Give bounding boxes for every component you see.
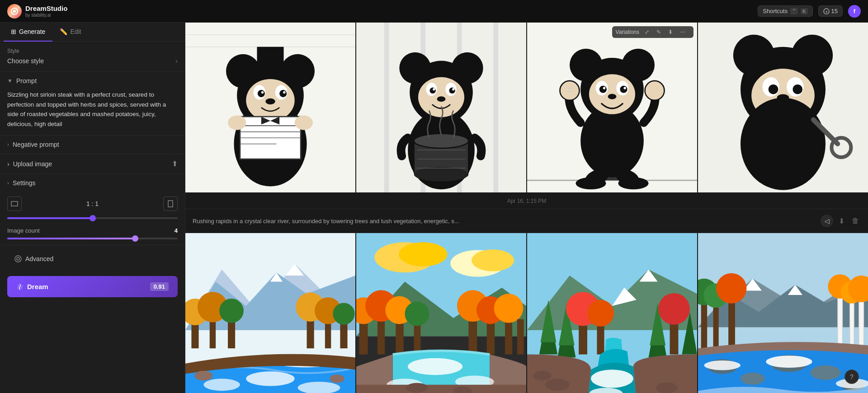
svg-point-63 [618, 177, 648, 189]
svg-point-143 [203, 379, 240, 391]
shortcuts-button[interactable]: Shortcuts ⌃ K [758, 5, 812, 17]
settings-header[interactable]: › Settings [0, 174, 185, 192]
svg-point-1 [13, 10, 16, 13]
prompt-section: ▼ Prompt Sizzling hot sirloin steak with… [0, 72, 185, 136]
generate-icon: ⊞ [11, 28, 16, 35]
header-left: DreamStudio by stability.ai [7, 4, 67, 19]
river-image-1 [185, 233, 355, 393]
svg-point-220 [766, 356, 812, 368]
svg-rect-4 [11, 201, 18, 206]
expand-icon[interactable]: ⤢ [643, 28, 651, 36]
upload-file-icon[interactable]: ⬆ [172, 159, 178, 168]
style-placeholder: Choose style [7, 57, 44, 65]
tab-generate[interactable]: ⊞ Generate [4, 23, 52, 42]
svg-point-72 [608, 94, 617, 99]
image-count-slider[interactable] [7, 238, 178, 239]
credit-icon: ✦ [823, 8, 830, 14]
svg-point-50 [452, 52, 483, 84]
upload-label: Upload image [13, 160, 52, 168]
tab-generate-label: Generate [19, 28, 45, 35]
edit-image-icon[interactable]: ✎ [655, 28, 663, 36]
style-selector[interactable]: Choose style › [7, 57, 178, 65]
svg-point-150 [399, 242, 447, 267]
svg-point-152 [472, 249, 514, 271]
svg-point-186 [587, 300, 614, 327]
svg-point-89 [741, 98, 826, 190]
svg-point-147 [330, 374, 344, 383]
sidebar-tabs: ⊞ Generate ✏️ Edit [0, 23, 185, 42]
download-generation-button[interactable]: ⬇ [837, 216, 846, 226]
svg-point-76 [645, 81, 665, 100]
main-layout: ⊞ Generate ✏️ Edit Style Choose style › … [0, 23, 868, 393]
svg-point-142 [333, 303, 354, 324]
advanced-icon [14, 255, 22, 262]
content-area: Variations ⤢ ✎ ⬇ ⋯ [185, 23, 868, 393]
svg-point-73 [570, 49, 603, 82]
credit-badge[interactable]: ✦ 15 [818, 5, 843, 17]
svg-point-48 [437, 96, 446, 102]
negative-prompt-header[interactable]: › Negative prompt [0, 136, 185, 154]
more-options-icon[interactable]: ⋯ [678, 28, 687, 36]
top-image-1 [185, 23, 355, 192]
timestamp-row: Apr 16, 1:15 PM [185, 193, 868, 209]
delete-generation-button[interactable]: 🗑 [850, 216, 861, 226]
app-name: DreamStudio [25, 5, 67, 13]
help-button[interactable]: ? [844, 370, 859, 384]
dream-icon [16, 283, 24, 290]
kbd2: K [801, 8, 807, 14]
settings-section: › Settings 1 : 1 [0, 174, 185, 245]
svg-point-20 [265, 98, 275, 104]
upload-left: › Upload image [7, 160, 52, 168]
svg-point-136 [219, 299, 244, 323]
kbd1: ⌃ [790, 8, 798, 14]
svg-rect-5 [168, 201, 173, 207]
upload-header[interactable]: › Upload image ⬆ [0, 154, 185, 173]
svg-rect-172 [356, 385, 526, 393]
image-count-value: 4 [175, 227, 178, 234]
river-prompt-text: Rushing rapids in a crystal clear river,… [193, 218, 821, 225]
avatar-initial: f [854, 8, 855, 14]
svg-point-45 [449, 88, 455, 94]
top-image-3: Variations ⤢ ✎ ⬇ ⋯ [527, 23, 697, 192]
svg-point-44 [429, 88, 435, 94]
download-image-icon[interactable]: ⬇ [666, 28, 675, 36]
edit-icon: ✏️ [60, 28, 67, 35]
tab-edit-label: Edit [70, 28, 81, 35]
aspect-ratio-slider[interactable] [7, 217, 178, 219]
svg-point-49 [399, 52, 431, 84]
svg-point-18 [261, 91, 264, 94]
style-section: Style Choose style › [0, 42, 185, 72]
svg-point-144 [246, 371, 294, 386]
app-subtitle: by stability.ai [25, 13, 67, 18]
image-count-label-row: Image count 4 [7, 227, 178, 234]
dream-button[interactable]: Dream 0.91 [7, 276, 178, 297]
svg-point-7 [17, 257, 19, 260]
svg-point-74 [622, 49, 655, 82]
prev-generation-button[interactable]: ◁ [821, 215, 833, 227]
river-image-4 [698, 233, 868, 393]
chevron-right-icon: › [175, 57, 178, 65]
prompt-text[interactable]: Sizzling hot sirloin steak with a perfec… [0, 90, 185, 135]
negative-prompt-section: › Negative prompt [0, 136, 185, 154]
ar-tall-icon [163, 196, 178, 211]
svg-point-6 [15, 256, 21, 262]
svg-point-21 [226, 54, 260, 88]
svg-rect-31 [257, 47, 283, 65]
settings-arrow-icon: › [7, 180, 9, 186]
avatar[interactable]: f [848, 5, 861, 18]
prompt-label: Prompt [16, 77, 37, 84]
svg-point-53 [414, 167, 469, 182]
top-image-4 [698, 23, 868, 192]
svg-point-75 [560, 81, 580, 100]
tab-edit[interactable]: ✏️ Edit [52, 23, 88, 42]
prompt-header[interactable]: ▼ Prompt [0, 72, 185, 90]
advanced-header[interactable]: Advanced [7, 250, 178, 268]
advanced-label: Advanced [25, 255, 53, 262]
style-label: Style [7, 48, 178, 54]
svg-text:✦: ✦ [825, 10, 828, 14]
svg-point-169 [408, 358, 462, 375]
ar-wide-icon [7, 196, 22, 211]
upload-arrow-icon: › [7, 160, 9, 168]
svg-point-70 [603, 87, 605, 89]
svg-point-29 [295, 115, 313, 130]
